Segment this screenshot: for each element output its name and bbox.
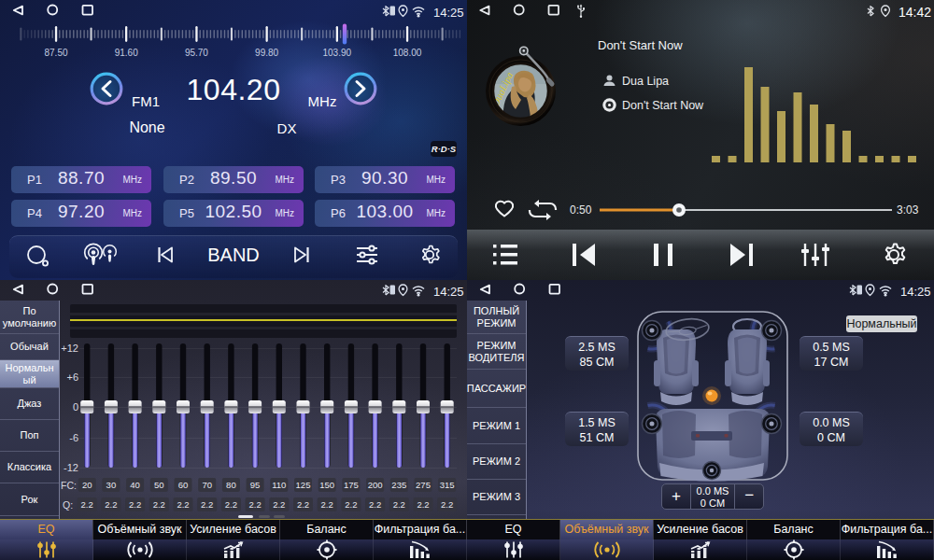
svg-text:235: 235: [391, 480, 406, 490]
svg-text:2.2: 2.2: [129, 499, 141, 510]
svg-text:2.2: 2.2: [441, 499, 453, 510]
svg-text:275: 275: [416, 480, 431, 490]
svg-text:Q:: Q:: [63, 499, 73, 511]
svg-text:+12: +12: [61, 343, 78, 354]
svg-text:2.2: 2.2: [248, 499, 261, 510]
svg-text:125: 125: [296, 480, 311, 490]
svg-text:2.2: 2.2: [393, 499, 405, 510]
svg-text:BAND: BAND: [207, 245, 260, 265]
svg-text:60: 60: [178, 480, 189, 490]
svg-text:40: 40: [130, 480, 140, 490]
svg-text:91.60: 91.60: [115, 48, 138, 58]
svg-text:80: 80: [226, 480, 236, 490]
svg-text:0: 0: [73, 401, 78, 413]
svg-text:70: 70: [202, 480, 212, 490]
svg-text:30: 30: [106, 480, 117, 490]
svg-text:103.90: 103.90: [323, 48, 352, 58]
svg-text:2.2: 2.2: [417, 499, 429, 510]
svg-text:2.2: 2.2: [321, 499, 333, 510]
svg-text:2.2: 2.2: [297, 499, 309, 510]
svg-text:2.2: 2.2: [201, 499, 213, 510]
svg-text:2.2: 2.2: [153, 499, 165, 510]
svg-text:175: 175: [344, 480, 359, 490]
svg-text:110: 110: [272, 480, 286, 490]
svg-text:20: 20: [82, 480, 92, 490]
svg-text:2.2: 2.2: [177, 499, 189, 510]
svg-text:-12: -12: [64, 462, 78, 473]
svg-text:3:03: 3:03: [897, 203, 919, 217]
svg-text:99.80: 99.80: [255, 48, 278, 58]
svg-text:95.70: 95.70: [185, 48, 208, 58]
svg-text:FC:: FC:: [61, 480, 77, 491]
svg-text:-6: -6: [69, 432, 78, 443]
svg-text:95: 95: [250, 480, 261, 490]
svg-text:2.2: 2.2: [369, 499, 381, 510]
svg-text:50: 50: [154, 480, 164, 490]
svg-text:2.2: 2.2: [225, 499, 237, 510]
svg-text:108.00: 108.00: [393, 48, 422, 58]
svg-text:200: 200: [368, 480, 383, 490]
svg-text:2.2: 2.2: [273, 499, 285, 510]
svg-text:150: 150: [319, 480, 334, 490]
svg-text:315: 315: [440, 480, 455, 490]
svg-text:2.2: 2.2: [345, 499, 357, 510]
svg-text:2.2: 2.2: [105, 499, 117, 510]
svg-text:2.2: 2.2: [81, 499, 93, 510]
svg-text:+6: +6: [66, 371, 78, 383]
svg-text:87.50: 87.50: [44, 48, 67, 58]
svg-text:0:50: 0:50: [570, 203, 592, 217]
